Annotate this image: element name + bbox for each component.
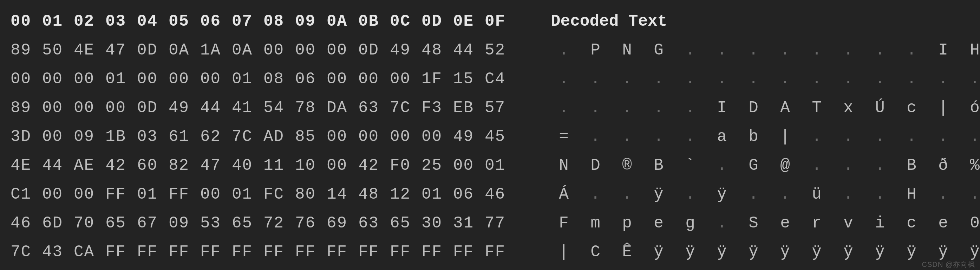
decoded-cell: ÿ: [675, 244, 706, 260]
decoded-cell: B: [896, 158, 928, 174]
hex-column-group: 000102030405060708090A0B0C0D0E0F89504E47…: [11, 7, 516, 267]
decoded-row: Fmpeg.Service01w: [548, 215, 980, 231]
hex-cell: AE: [74, 158, 105, 174]
hex-cell: FF: [105, 186, 137, 203]
hex-cell: 31: [453, 215, 485, 231]
hex-cell: F3: [422, 100, 453, 116]
hex-cell: 00: [42, 71, 74, 87]
hex-cell: 00: [358, 129, 390, 145]
decoded-cell: .: [706, 158, 738, 174]
hex-cell: 3D: [11, 129, 42, 145]
hex-cell: 77: [485, 215, 516, 231]
hex-cell: 00: [327, 71, 358, 87]
hex-header-cell: 03: [105, 13, 137, 30]
decoded-cell: .: [611, 71, 643, 87]
decoded-cell: ÿ: [643, 186, 675, 203]
hex-cell: 42: [358, 158, 390, 174]
decoded-cell: .: [675, 186, 706, 203]
hex-cell: 44: [200, 100, 232, 116]
hex-cell: 61: [169, 129, 200, 145]
decoded-cell: .: [675, 42, 706, 58]
hex-cell: 15: [453, 71, 485, 87]
decoded-cell: ÿ: [801, 244, 832, 260]
decoded-cell: N: [611, 42, 643, 58]
hex-header-row: 000102030405060708090A0B0C0D0E0F: [11, 13, 516, 30]
hex-viewer: 000102030405060708090A0B0C0D0E0F89504E47…: [0, 0, 980, 267]
hex-header-cell: 02: [74, 13, 105, 30]
hex-header-cell: 0D: [422, 13, 453, 30]
hex-cell: 1B: [105, 129, 137, 145]
hex-row: 7C43CAFFFFFFFFFFFFFFFFFFFFFFFFFF: [11, 244, 516, 260]
hex-cell: 69: [327, 215, 358, 231]
hex-cell: 00: [263, 42, 295, 58]
hex-cell: 52: [485, 42, 516, 58]
hex-cell: FF: [358, 244, 390, 260]
hex-row: 466D7065670953657276696365303177: [11, 215, 516, 231]
hex-cell: 00: [295, 42, 327, 58]
hex-cell: 40: [232, 158, 263, 174]
decoded-cell: ÿ: [738, 244, 769, 260]
hex-cell: 06: [295, 71, 327, 87]
decoded-cell: p: [611, 215, 643, 231]
decoded-cell: T: [801, 100, 832, 116]
hex-cell: 30: [422, 215, 453, 231]
hex-cell: 70: [74, 215, 105, 231]
decoded-cell: .: [643, 100, 675, 116]
hex-row: 4E44AE426082474011100042F0250001: [11, 158, 516, 174]
hex-header-cell: 0F: [485, 13, 516, 30]
hex-cell: 0A: [169, 42, 200, 58]
decoded-cell: .: [738, 71, 769, 87]
hex-cell: 44: [453, 42, 485, 58]
hex-header-cell: 04: [137, 13, 169, 30]
decoded-row: ND®B`.G@...Bð%..: [548, 158, 980, 174]
decoded-cell: .: [675, 100, 706, 116]
decoded-cell: .: [769, 186, 801, 203]
hex-cell: FF: [422, 244, 453, 260]
hex-cell: FF: [169, 244, 200, 260]
hex-cell: 76: [295, 215, 327, 231]
hex-cell: 00: [74, 186, 105, 203]
hex-cell: 46: [485, 186, 516, 203]
decoded-cell: ÿ: [864, 244, 896, 260]
hex-cell: 00: [422, 129, 453, 145]
hex-cell: 01: [422, 186, 453, 203]
decoded-cell: .: [959, 186, 980, 203]
hex-header-cell: 0E: [453, 13, 485, 30]
decoded-cell: .: [864, 186, 896, 203]
decoded-cell: m: [579, 215, 611, 231]
decoded-cell: H: [896, 186, 928, 203]
decoded-cell: .: [864, 158, 896, 174]
decoded-cell: .: [801, 71, 832, 87]
hex-cell: FF: [169, 186, 200, 203]
decoded-cell: b: [738, 129, 769, 145]
decoded-cell: C: [579, 244, 611, 260]
decoded-cell: N: [548, 158, 579, 174]
hex-cell: 4E: [74, 42, 105, 58]
decoded-cell: e: [643, 215, 675, 231]
hex-header-cell: 05: [169, 13, 200, 30]
decoded-cell: .: [643, 71, 675, 87]
decoded-cell: %: [959, 158, 980, 174]
hex-cell: 48: [422, 42, 453, 58]
decoded-cell: P: [579, 42, 611, 58]
hex-cell: 65: [232, 215, 263, 231]
hex-cell: 06: [453, 186, 485, 203]
hex-cell: FF: [327, 244, 358, 260]
decoded-row: .....IDATxÚc|óëW: [548, 100, 980, 116]
hex-header-cell: 0A: [327, 13, 358, 30]
decoded-cell: A: [769, 100, 801, 116]
hex-cell: FF: [232, 244, 263, 260]
hex-cell: FF: [295, 244, 327, 260]
decoded-cell: .: [928, 71, 959, 87]
decoded-header: Decoded Text: [548, 13, 980, 30]
hex-cell: C1: [11, 186, 42, 203]
hex-cell: 01: [485, 158, 516, 174]
decoded-cell: .: [801, 129, 832, 145]
decoded-cell: I: [706, 100, 738, 116]
decoded-row: =....ab|......IE: [548, 129, 980, 145]
decoded-cell: c: [896, 100, 928, 116]
hex-cell: 08: [263, 71, 295, 87]
decoded-cell: ®: [611, 158, 643, 174]
hex-cell: 72: [263, 215, 295, 231]
decoded-cell: .: [801, 42, 832, 58]
